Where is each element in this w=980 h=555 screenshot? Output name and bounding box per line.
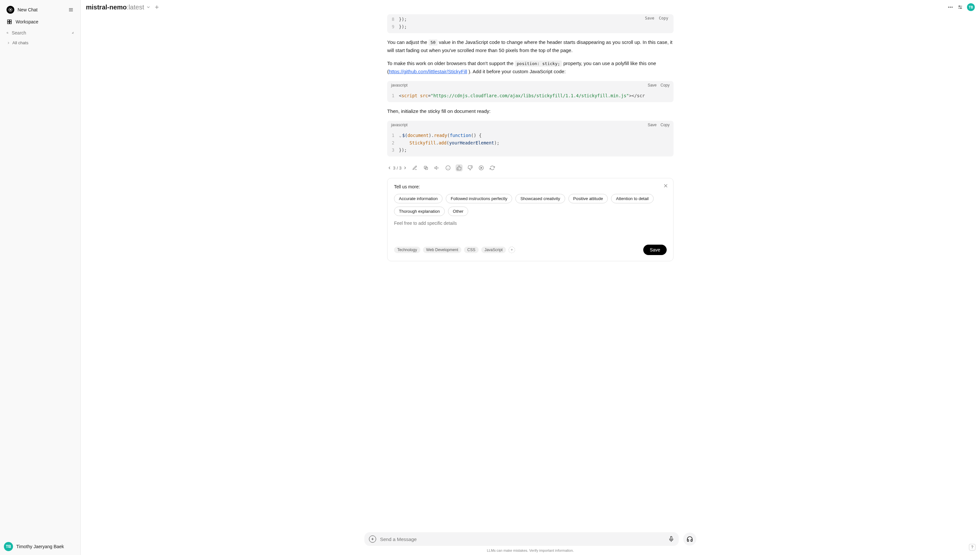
thumbs-up-icon[interactable] [456, 164, 463, 172]
feedback-chip[interactable]: Other [448, 207, 468, 216]
assistant-text: Then, initialize the sticky fill on docu… [387, 107, 674, 115]
search-input[interactable] [12, 30, 69, 35]
user-menu[interactable]: TB Timothy Jaeryang Baek [0, 538, 80, 555]
tag[interactable]: JavaScript [481, 247, 506, 253]
svg-marker-22 [435, 167, 437, 170]
attach-icon[interactable] [369, 536, 376, 543]
copy-icon[interactable] [422, 164, 430, 172]
continue-icon[interactable] [478, 164, 485, 172]
svg-rect-8 [10, 22, 11, 24]
read-aloud-icon[interactable] [433, 164, 441, 172]
code-line: 3 }); [392, 146, 669, 154]
code-line: 8 }); [392, 16, 645, 23]
regenerate-icon[interactable] [489, 164, 496, 172]
svg-point-14 [950, 7, 951, 8]
pager-total: 3 [399, 165, 401, 170]
feedback-title: Tell us more: [394, 184, 667, 189]
app-logo-icon [6, 6, 14, 14]
pager-prev-icon[interactable] [387, 165, 392, 170]
svg-rect-7 [8, 22, 9, 24]
code-copy-button[interactable]: Copy [659, 15, 668, 21]
topbar: mistral-nemo:latest TB [81, 0, 980, 14]
code-line: 1 ⌄ $(document).ready(function() { [392, 132, 669, 139]
code-block: javascript Save Copy 1 <script src="http… [387, 81, 674, 102]
assistant-text: You can adjust the 50 value in the JavaS… [387, 38, 674, 55]
code-line: 1 <script src="https://cdnjs.cloudflare.… [392, 92, 669, 99]
search-row [4, 27, 77, 38]
code-block: javascript Save Copy 1 ⌄ $(document).rea… [387, 121, 674, 157]
code-lang-label: javascript [391, 123, 408, 127]
voice-mode-icon[interactable] [683, 533, 696, 545]
workspace-button[interactable]: Workspace [4, 16, 77, 27]
feedback-chip[interactable]: Showcased creativity [515, 194, 565, 203]
code-lang-label: javascript [391, 83, 408, 88]
close-icon[interactable] [663, 183, 669, 189]
workspace-icon [6, 19, 12, 25]
svg-point-0 [10, 9, 11, 11]
tag[interactable]: CSS [464, 247, 479, 253]
composer [364, 532, 679, 546]
mic-icon[interactable] [668, 536, 674, 542]
all-chats-label: All chats [12, 40, 28, 45]
disclaimer-text: LLMs can make mistakes. Verify important… [364, 549, 696, 552]
svg-point-13 [948, 7, 949, 8]
svg-point-9 [7, 32, 8, 34]
more-icon[interactable] [948, 4, 953, 10]
tag[interactable]: Technology [394, 247, 420, 253]
code-copy-button[interactable]: Copy [661, 83, 670, 88]
svg-marker-27 [481, 167, 482, 169]
thumbs-down-icon[interactable] [467, 164, 474, 172]
pager-current: 3 [393, 165, 395, 170]
model-name-base: mistral-nemo [86, 3, 127, 11]
code-line: 9 }); [392, 23, 669, 30]
model-selector[interactable]: mistral-nemo:latest [86, 3, 151, 11]
message-actions: 3/3 [387, 162, 674, 178]
add-model-icon[interactable] [154, 4, 160, 10]
feedback-chip[interactable]: Positive attitude [568, 194, 608, 203]
inline-code: 50 [428, 39, 438, 45]
svg-rect-5 [8, 20, 9, 21]
code-save-button[interactable]: Save [645, 15, 654, 21]
link[interactable]: https://github.com/littlestair/StickyFil… [389, 69, 467, 74]
code-save-button[interactable]: Save [648, 123, 657, 127]
new-chat-label: New Chat [18, 7, 37, 12]
new-note-icon[interactable] [72, 30, 74, 36]
add-tag-button[interactable]: + [508, 247, 515, 253]
pager-next-icon[interactable] [403, 165, 407, 170]
composer-area: LLMs can make mistakes. Verify important… [358, 527, 703, 555]
user-name: Timothy Jaeryang Baek [16, 544, 64, 549]
code-block: Save Copy 8 }); 9 }); [387, 14, 674, 33]
edit-icon[interactable] [411, 164, 419, 172]
feedback-chip[interactable]: Followed instructions perfectly [446, 194, 512, 203]
search-icon [6, 30, 8, 36]
chat-content: Save Copy 8 }); 9 }); You can adjust the… [81, 14, 980, 527]
code-save-button[interactable]: Save [648, 83, 657, 88]
code-copy-button[interactable]: Copy [661, 123, 670, 127]
code-line: 2 Stickyfill.add(yourHeaderElement); [392, 139, 669, 147]
svg-point-15 [952, 7, 952, 8]
chevron-down-icon [146, 5, 151, 10]
collapse-sidebar-icon[interactable] [68, 7, 74, 13]
workspace-label: Workspace [16, 19, 38, 24]
chevron-right-icon [6, 41, 10, 45]
assistant-text: To make this work on older browsers that… [387, 59, 674, 76]
save-button[interactable]: Save [643, 245, 667, 255]
svg-line-10 [8, 33, 8, 34]
tag[interactable]: Web Development [423, 247, 462, 253]
fold-icon[interactable]: ⌄ [399, 132, 401, 139]
settings-icon[interactable] [957, 4, 963, 10]
feedback-textarea[interactable] [394, 221, 667, 237]
help-button[interactable]: ? [969, 544, 975, 550]
all-chats-toggle[interactable]: All chats [4, 38, 77, 47]
new-chat-button[interactable]: New Chat [4, 3, 77, 16]
feedback-chip[interactable]: Attention to detail [611, 194, 653, 203]
model-name-suffix: :latest [127, 3, 144, 11]
user-avatar[interactable]: TB [967, 3, 975, 11]
message-input[interactable] [380, 536, 664, 542]
user-avatar: TB [4, 542, 13, 551]
main-area: mistral-nemo:latest TB [81, 0, 980, 555]
feedback-chip[interactable]: Thorough explanation [394, 207, 445, 216]
info-icon[interactable] [444, 164, 452, 172]
feedback-chip[interactable]: Accurate information [394, 194, 443, 203]
feedback-card: Tell us more: Accurate information Follo… [387, 178, 674, 261]
